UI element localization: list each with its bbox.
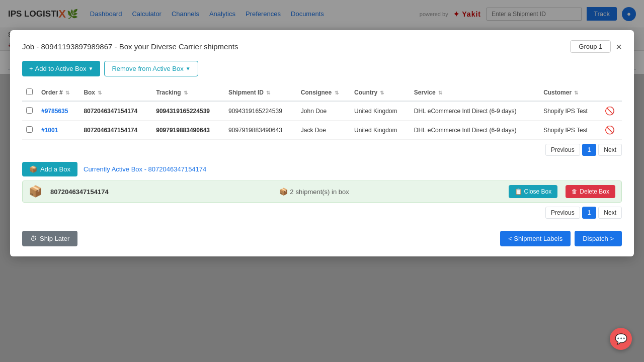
add-box-icon: + xyxy=(29,65,33,72)
remove-from-active-box-button[interactable]: Remove from Active Box ▼ xyxy=(104,61,198,74)
modal-close-button[interactable]: × xyxy=(616,42,622,52)
add-box-caret-icon: ▼ xyxy=(89,66,94,71)
remove-box-label: Remove from Active Box xyxy=(112,65,183,72)
box-job-modal: Job - 80941193897989867 - Box your Diver… xyxy=(10,30,634,74)
modal-title: Job - 80941193897989867 - Box your Diver… xyxy=(22,42,238,51)
modal-actions: + Add to Active Box ▼ Remove from Active… xyxy=(22,61,622,74)
add-to-active-box-button[interactable]: + Add to Active Box ▼ xyxy=(22,61,100,74)
modal-header: Job - 80941193897989867 - Box your Diver… xyxy=(22,40,622,53)
remove-box-caret-icon: ▼ xyxy=(186,66,191,71)
modal-backdrop: Job - 80941193897989867 - Box your Diver… xyxy=(0,0,644,74)
add-to-active-box-label: Add to Active Box xyxy=(35,65,87,72)
modal-header-right: Group 1 × xyxy=(570,40,622,53)
group-label: Group 1 xyxy=(570,40,611,53)
